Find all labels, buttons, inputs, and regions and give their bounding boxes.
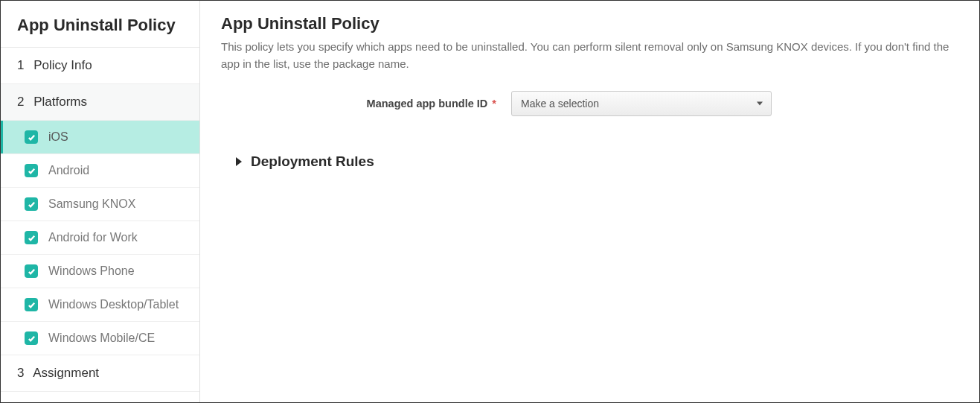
step-number: 1: [17, 58, 24, 72]
caret-down-icon: [757, 101, 763, 105]
required-mark: *: [492, 98, 496, 110]
platform-item-android[interactable]: Android: [1, 154, 199, 188]
checkbox-checked-icon: [25, 197, 38, 211]
step-label: Policy Info: [33, 58, 92, 72]
page-title: App Uninstall Policy: [221, 14, 958, 34]
checkbox-checked-icon: [25, 298, 38, 311]
step-number: 2: [17, 95, 24, 109]
platform-label: Android for Work: [48, 231, 138, 244]
platform-item-android-for-work[interactable]: Android for Work: [1, 221, 199, 255]
platform-item-windows-phone[interactable]: Windows Phone: [1, 255, 199, 288]
select-placeholder: Make a selection: [521, 98, 599, 110]
platform-label: Android: [48, 164, 89, 177]
triangle-right-icon: [236, 157, 242, 166]
main-panel: App Uninstall Policy This policy lets yo…: [200, 1, 979, 402]
step-policy-info[interactable]: 1 Policy Info: [1, 48, 199, 84]
checkbox-checked-icon: [25, 231, 38, 244]
platform-label: Samsung KNOX: [48, 197, 135, 211]
form-row-bundle-id: Managed app bundle ID * Make a selection: [221, 91, 958, 116]
platform-item-samsung-knox[interactable]: Samsung KNOX: [1, 188, 199, 221]
page-description: This policy lets you specify which apps …: [221, 38, 958, 73]
platform-item-windows-desktop-tablet[interactable]: Windows Desktop/Tablet: [1, 288, 199, 322]
label-text: Managed app bundle ID: [367, 98, 488, 110]
step-platforms[interactable]: 2 Platforms: [1, 84, 199, 121]
checkbox-checked-icon: [25, 130, 38, 144]
checkbox-checked-icon: [25, 264, 38, 278]
platform-label: Windows Phone: [48, 264, 135, 278]
step-assignment[interactable]: 3 Assignment: [1, 355, 199, 392]
checkbox-checked-icon: [25, 164, 38, 177]
platform-item-windows-mobile-ce[interactable]: Windows Mobile/CE: [1, 322, 199, 355]
platform-item-ios[interactable]: iOS: [1, 121, 199, 154]
sidebar: App Uninstall Policy 1 Policy Info 2 Pla…: [1, 1, 200, 402]
platform-label: Windows Desktop/Tablet: [48, 298, 179, 311]
form-label-bundle-id: Managed app bundle ID *: [221, 98, 511, 110]
platform-label: Windows Mobile/CE: [48, 331, 155, 345]
select-display: Make a selection: [511, 91, 772, 116]
platform-label: iOS: [48, 130, 68, 144]
deployment-rules-title: Deployment Rules: [251, 153, 374, 170]
step-label: Platforms: [33, 95, 87, 109]
bundle-id-select[interactable]: Make a selection: [511, 91, 772, 116]
step-label: Assignment: [33, 366, 99, 380]
step-number: 3: [17, 366, 24, 380]
sidebar-title: App Uninstall Policy: [1, 1, 199, 48]
deployment-rules-toggle[interactable]: Deployment Rules: [221, 153, 958, 170]
checkbox-checked-icon: [25, 331, 38, 345]
